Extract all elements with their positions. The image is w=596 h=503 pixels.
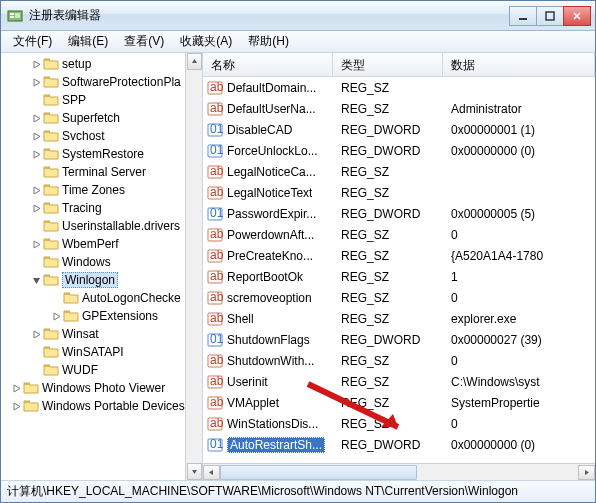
string-icon: ab [207, 269, 223, 285]
column-data[interactable]: 数据 [443, 53, 595, 76]
tree-label: Winlogon [62, 272, 118, 288]
expand-toggle[interactable] [9, 402, 23, 411]
value-row[interactable]: 011ShutdownFlagsREG_DWORD0x00000027 (39) [203, 329, 595, 350]
menu-edit[interactable]: 编辑(E) [60, 31, 116, 52]
tree-label: WbemPerf [62, 237, 119, 251]
value-row[interactable]: abPreCreateKno...REG_SZ{A520A1A4-1780 [203, 245, 595, 266]
tree-item[interactable]: Windows Portable Devices [1, 397, 202, 415]
folder-icon [23, 380, 39, 396]
value-row[interactable]: abLegalNoticeTextREG_SZ [203, 182, 595, 203]
value-row[interactable]: abShellREG_SZexplorer.exe [203, 308, 595, 329]
menu-file[interactable]: 文件(F) [5, 31, 60, 52]
scroll-thumb[interactable] [220, 465, 417, 480]
value-name: PreCreateKno... [227, 249, 313, 263]
tree-item[interactable]: SystemRestore [1, 145, 202, 163]
menu-favorites[interactable]: 收藏夹(A) [172, 31, 240, 52]
value-row[interactable]: 011AutoRestrartSh...REG_DWORD0x00000000 … [203, 434, 595, 455]
tree-label: setup [62, 57, 91, 71]
tree-item[interactable]: WUDF [1, 361, 202, 379]
tree-item[interactable]: Userinstallable.drivers [1, 217, 202, 235]
expand-toggle[interactable] [29, 204, 43, 213]
expand-toggle[interactable] [29, 240, 43, 249]
svg-text:011: 011 [210, 122, 223, 136]
tree-item[interactable]: Windows Photo Viewer [1, 379, 202, 397]
value-row[interactable]: 011DisableCADREG_DWORD0x00000001 (1) [203, 119, 595, 140]
value-row[interactable]: abLegalNoticeCa...REG_SZ [203, 161, 595, 182]
column-type[interactable]: 类型 [333, 53, 443, 76]
list-hscrollbar[interactable] [203, 463, 595, 480]
expand-toggle[interactable] [29, 114, 43, 123]
tree-item[interactable]: SoftwareProtectionPla [1, 73, 202, 91]
column-name[interactable]: 名称 [203, 53, 333, 76]
window-buttons [510, 6, 591, 26]
scroll-track[interactable] [220, 465, 578, 480]
tree-item[interactable]: Terminal Server [1, 163, 202, 181]
folder-icon [43, 92, 59, 108]
expand-toggle[interactable] [29, 186, 43, 195]
scroll-left-button[interactable] [203, 465, 220, 480]
value-row[interactable]: abPowerdownAft...REG_SZ0 [203, 224, 595, 245]
expand-toggle[interactable] [29, 78, 43, 87]
value-name: AutoRestrartSh... [227, 437, 325, 453]
tree-item[interactable]: Svchost [1, 127, 202, 145]
expand-toggle[interactable] [9, 384, 23, 393]
value-row[interactable]: abUserinitREG_SZC:\Windows\syst [203, 371, 595, 392]
tree-item[interactable]: Winsat [1, 325, 202, 343]
menu-help[interactable]: 帮助(H) [240, 31, 297, 52]
expand-toggle[interactable] [49, 312, 63, 321]
value-row[interactable]: abReportBootOkREG_SZ1 [203, 266, 595, 287]
value-type: REG_SZ [333, 291, 443, 305]
scroll-up-button[interactable] [187, 53, 202, 70]
value-type: REG_SZ [333, 249, 443, 263]
registry-tree[interactable]: setupSoftwareProtectionPlaSPPSuperfetchS… [1, 53, 202, 417]
tree-item[interactable]: SPP [1, 91, 202, 109]
value-type: REG_SZ [333, 396, 443, 410]
tree-item[interactable]: setup [1, 55, 202, 73]
value-list[interactable]: abDefaultDomain...REG_SZabDefaultUserNa.… [203, 77, 595, 463]
tree-label: Windows Portable Devices [42, 399, 185, 413]
tree-item[interactable]: GPExtensions [1, 307, 202, 325]
expand-toggle[interactable] [29, 132, 43, 141]
value-row[interactable]: abscremoveoptionREG_SZ0 [203, 287, 595, 308]
tree-item[interactable]: AutoLogonChecke [1, 289, 202, 307]
tree-item[interactable]: Winlogon [1, 271, 202, 289]
maximize-button[interactable] [536, 6, 564, 26]
value-row[interactable]: 011PasswordExpir...REG_DWORD0x00000005 (… [203, 203, 595, 224]
value-name: LegalNoticeText [227, 186, 312, 200]
expand-toggle[interactable] [29, 276, 43, 285]
value-row[interactable]: 011ForceUnlockLo...REG_DWORD0x00000000 (… [203, 140, 595, 161]
value-type: REG_SZ [333, 102, 443, 116]
folder-icon [43, 218, 59, 234]
expand-toggle[interactable] [29, 60, 43, 69]
value-row[interactable]: abVMAppletREG_SZSystemPropertie [203, 392, 595, 413]
value-type: REG_DWORD [333, 333, 443, 347]
scroll-right-button[interactable] [578, 465, 595, 480]
tree-item[interactable]: Superfetch [1, 109, 202, 127]
expand-toggle[interactable] [29, 150, 43, 159]
value-row[interactable]: abShutdownWith...REG_SZ0 [203, 350, 595, 371]
value-row[interactable]: abWinStationsDis...REG_SZ0 [203, 413, 595, 434]
scroll-down-button[interactable] [187, 463, 202, 480]
titlebar[interactable]: 注册表编辑器 [1, 1, 595, 31]
tree-label: Superfetch [62, 111, 120, 125]
tree-item[interactable]: WinSATAPI [1, 343, 202, 361]
tree-item[interactable]: Time Zones [1, 181, 202, 199]
menu-view[interactable]: 查看(V) [116, 31, 172, 52]
tree-item[interactable]: Windows [1, 253, 202, 271]
svg-text:ab: ab [210, 164, 223, 178]
tree-scrollbar[interactable] [185, 53, 202, 480]
value-row[interactable]: abDefaultUserNa...REG_SZAdministrator [203, 98, 595, 119]
value-row[interactable]: abDefaultDomain...REG_SZ [203, 77, 595, 98]
tree-label: Windows [62, 255, 111, 269]
close-button[interactable] [563, 6, 591, 26]
binary-icon: 011 [207, 143, 223, 159]
value-name: Userinit [227, 375, 268, 389]
value-name: scremoveoption [227, 291, 312, 305]
tree-item[interactable]: WbemPerf [1, 235, 202, 253]
svg-rect-5 [546, 12, 554, 20]
tree-item[interactable]: Tracing [1, 199, 202, 217]
expand-toggle[interactable] [29, 330, 43, 339]
folder-icon [63, 290, 79, 306]
minimize-button[interactable] [509, 6, 537, 26]
list-header: 名称 类型 数据 [203, 53, 595, 77]
